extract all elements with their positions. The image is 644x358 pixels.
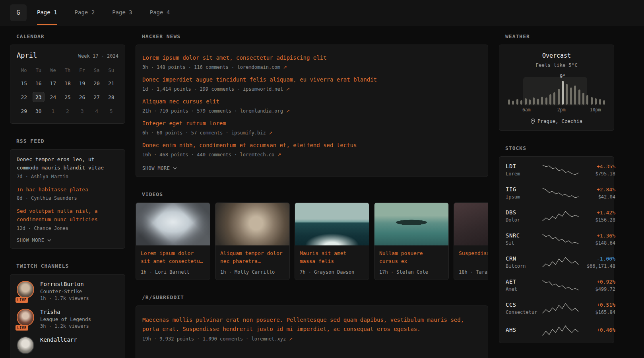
subreddit-post-domain-link[interactable]: loremnet.xyz xyxy=(252,336,286,342)
stock-sparkline xyxy=(542,233,579,245)
stock-name: Sit xyxy=(506,240,542,246)
stock-quote: +1.42% $156.28 xyxy=(579,210,615,223)
video-thumbnail[interactable] xyxy=(454,203,488,245)
twitch-game-name: League of Legends xyxy=(40,316,91,322)
calendar-day: 24 xyxy=(46,92,60,102)
video-thumbnail[interactable] xyxy=(215,203,289,245)
top-bar: G Page 1 Page 2 Page 3 Page 4 xyxy=(0,0,644,25)
stock-quote: +0.92% $499.72 xyxy=(579,279,615,292)
rss-item-link[interactable]: Sed volutpat nulla nisl, a condimentum n… xyxy=(17,207,118,224)
hn-story-link[interactable]: Donec imperdiet augue tincidunt felis al… xyxy=(142,76,481,84)
video-card-body: Aliquam tempor dolor nec pharetra… 1h · … xyxy=(215,245,289,280)
tab-page-1[interactable]: Page 1 xyxy=(37,0,57,25)
chevron-down-icon xyxy=(173,167,177,169)
stock-change: +0.51% xyxy=(579,302,615,308)
twitch-channel-row[interactable]: LIVE ForrestBurton Counter-Strike 1h · 1… xyxy=(17,281,118,301)
video-meta: 1h · Molly Carrillo xyxy=(220,269,285,275)
stock-row[interactable]: CCS Consectetur +0.51% $165.84 xyxy=(505,297,608,320)
hn-story-domain-link[interactable]: loremlandia.org xyxy=(240,108,283,114)
stock-sparkline xyxy=(542,164,579,176)
hn-story-link[interactable]: Aliquam nec cursus elit xyxy=(142,97,481,106)
external-link-icon: ↗ xyxy=(289,336,293,342)
subreddit-post: Maecenas mollis pulvinar erat non posuer… xyxy=(142,315,481,342)
video-meta: 18h · Tara xyxy=(459,269,488,275)
weather-feels-like: Feels like 5°C xyxy=(506,62,607,68)
rss-item-link[interactable]: Donec tempor eros leo, ut commodo mauris… xyxy=(17,156,118,172)
weekday-label: Fr xyxy=(75,66,89,74)
subreddit-section-title: /R/SUBREDDIT xyxy=(142,294,488,300)
stock-identity: AHS xyxy=(506,327,542,335)
stock-row[interactable]: IIG Ipsum +2.84% $42.04 xyxy=(505,181,608,204)
tab-page-2[interactable]: Page 2 xyxy=(75,0,95,25)
stock-symbol: LDI xyxy=(506,163,542,169)
stock-row[interactable]: CRN Bitcorn -1.00% $66,171.48 xyxy=(505,251,608,274)
stock-row[interactable]: AET Amet +0.92% $499.72 xyxy=(505,274,608,297)
weather-location: Prague, Czechia xyxy=(506,118,607,124)
external-link-icon: ↗ xyxy=(277,152,281,158)
stock-row[interactable]: LDI Lorem +4.35% $795.18 xyxy=(505,158,608,181)
dashboard: CALENDAR April Week 17 · 2024 Mo Tu We T… xyxy=(0,25,644,358)
stock-symbol: AET xyxy=(506,278,542,285)
video-title: Lorem ipsum dolor sit amet consectetu… xyxy=(141,249,205,266)
hn-story-domain-link[interactable]: loremdomain.com xyxy=(237,64,280,70)
video-card[interactable]: Aliquam tempor dolor nec pharetra… 1h · … xyxy=(215,202,290,280)
rss-widget: Donec tempor eros leo, ut commodo mauris… xyxy=(10,149,125,249)
stock-sparkline xyxy=(542,210,579,222)
external-link-icon: ↗ xyxy=(269,130,273,136)
hn-story-meta: 16h · 468 points · 440 comments · loremt… xyxy=(142,152,481,158)
hn-show-more-button[interactable]: SHOW MORE xyxy=(142,165,481,171)
twitch-section: TWITCH CHANNELS LIVE ForrestBurton Count… xyxy=(10,263,125,358)
subreddit-section: /R/SUBREDDIT Maecenas mollis pulvinar er… xyxy=(136,294,488,358)
twitch-widget: LIVE ForrestBurton Counter-Strike 1h · 1… xyxy=(10,274,125,358)
hn-story-link[interactable]: Lorem ipsum dolor sit amet, consectetur … xyxy=(142,54,481,62)
stock-price: $499.72 xyxy=(579,286,615,292)
video-card-body: Nullam posuere cursus ex 17h · Stefan Co… xyxy=(374,245,448,280)
twitch-channel-row[interactable]: KendallCarr xyxy=(17,337,118,354)
video-meta: 17h · Stefan Cole xyxy=(379,269,444,275)
hn-story-domain-link[interactable]: ipsumworld.net xyxy=(243,86,283,92)
stock-change: +1.42% xyxy=(579,210,615,216)
rss-show-more-button[interactable]: SHOW MORE xyxy=(17,237,118,243)
calendar-section-title: CALENDAR xyxy=(16,33,125,39)
subreddit-widget: Maecenas mollis pulvinar erat non posuer… xyxy=(136,305,488,358)
hn-story-domain-link[interactable]: ipsumify.biz xyxy=(231,130,266,136)
tab-page-3[interactable]: Page 3 xyxy=(112,0,132,25)
stocks-widget: LDI Lorem +4.35% $795.18 IIG Ipsum xyxy=(499,156,614,343)
video-thumbnail[interactable] xyxy=(374,203,448,245)
hn-story-link[interactable]: Integer eget rutrum lorem xyxy=(142,119,481,128)
video-meta: 1h · Lori Barnett xyxy=(141,269,205,275)
external-link-icon: ↗ xyxy=(286,86,290,92)
subreddit-post-meta: 19h · 9,932 points · 1,090 comments · lo… xyxy=(142,336,481,342)
weekday-label: We xyxy=(46,66,60,74)
hn-story: Integer eget rutrum lorem 6h · 60 points… xyxy=(142,119,481,136)
stock-row[interactable]: SNRC Sit +1.36% $148.64 xyxy=(505,228,608,251)
twitch-channel-row[interactable]: LIVE Trisha League of Legends 3h · 1.2k … xyxy=(17,309,118,329)
stock-row[interactable]: DBS Dolor +1.42% $156.28 xyxy=(505,204,608,228)
hn-story-domain-link[interactable]: loremtech.co xyxy=(240,152,275,158)
stock-row[interactable]: AHS +0.46% xyxy=(505,320,608,341)
video-title: Mauris sit amet massa felis xyxy=(300,249,364,266)
stock-name: Dolor xyxy=(506,217,542,223)
rss-item-link[interactable]: In hac habitasse platea xyxy=(17,186,118,194)
hacker-news-widget: Lorem ipsum dolor sit amet, consectetur … xyxy=(136,45,488,177)
weather-section: WEATHER Overcast Feels like 5°C 9° 6am 2… xyxy=(499,33,614,131)
weather-condition: Overcast xyxy=(506,52,607,59)
subreddit-post-link[interactable]: Maecenas mollis pulvinar erat non posuer… xyxy=(142,315,481,334)
video-card[interactable]: Lorem ipsum dolor sit amet consectetu… 1… xyxy=(136,202,210,280)
app-logo[interactable]: G xyxy=(10,4,27,21)
video-thumbnail[interactable] xyxy=(136,203,210,245)
stock-symbol: IIG xyxy=(506,186,542,193)
rss-item-meta: 12d · Chance Jones xyxy=(17,226,118,231)
stock-sparkline xyxy=(542,256,579,268)
video-thumbnail[interactable] xyxy=(295,203,369,245)
video-card[interactable]: Nullam posuere cursus ex 17h · Stefan Co… xyxy=(374,202,449,280)
stock-symbol: AHS xyxy=(506,327,542,333)
twitch-avatar-wrap: LIVE xyxy=(17,309,35,329)
subreddit-post-stats: 19h · 9,932 points · 1,090 comments · xyxy=(142,336,252,342)
live-badge: LIVE xyxy=(16,297,28,303)
video-card[interactable]: Mauris sit amet massa felis 7h · Grayson… xyxy=(295,202,369,280)
tab-page-4[interactable]: Page 4 xyxy=(150,0,170,25)
video-card[interactable]: Suspendisse diam 18h · Tara xyxy=(454,202,488,280)
hn-story-link[interactable]: Donec enim nibh, condimentum et accumsan… xyxy=(142,141,481,150)
stock-identity: SNRC Sit xyxy=(506,232,542,246)
